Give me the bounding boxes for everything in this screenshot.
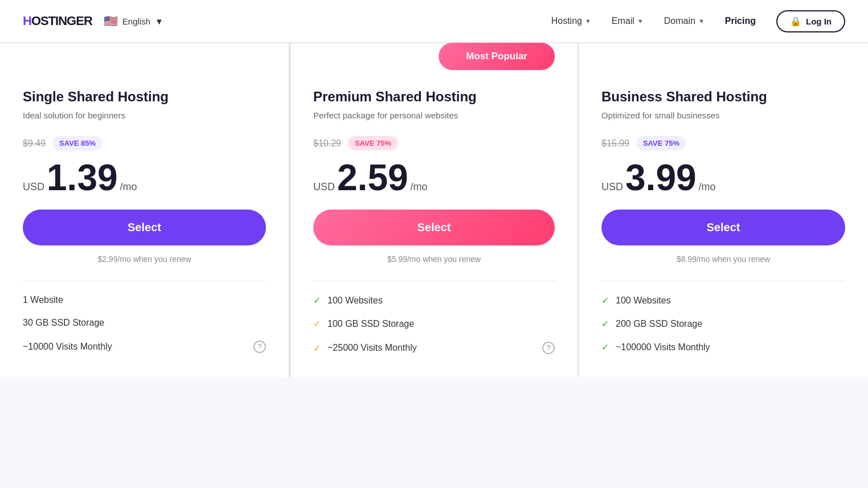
price-amount: 3.99 <box>625 159 697 196</box>
divider <box>23 281 266 281</box>
features-list: ✓ 100 Websites ✓ 200 GB SSD Storage ✓ ~1… <box>601 295 845 352</box>
plan-subtitle: Ideal solution for beginners <box>23 110 266 120</box>
price-amount: 2.59 <box>337 159 408 196</box>
nav-email[interactable]: Email ▼ <box>612 16 644 26</box>
chevron-down-icon: ▼ <box>637 18 644 24</box>
price-period: /mo <box>120 181 137 193</box>
nav-pricing[interactable]: Pricing <box>725 16 756 26</box>
most-popular-badge: Most Popular <box>439 43 555 70</box>
plan-subtitle: Optimized for small businesses <box>601 110 845 120</box>
check-icon: ✓ <box>601 342 609 352</box>
flag-icon: 🇺🇸 <box>104 14 118 28</box>
check-icon: ✓ <box>313 318 321 329</box>
price-period: /mo <box>699 181 716 193</box>
features-list: 1 Website 30 GB SSD Storage ~10000 Visit… <box>23 295 266 353</box>
plan-business: Business Shared Hosting Optimized for sm… <box>579 43 868 377</box>
price-display: USD 2.59 /mo <box>313 159 555 196</box>
save-badge: SAVE 75% <box>348 136 398 150</box>
pricing-section: Single Shared Hosting Ideal solution for… <box>0 43 868 488</box>
divider <box>601 281 845 281</box>
price-amount: 1.39 <box>47 159 118 196</box>
chevron-down-icon: ▼ <box>698 18 705 24</box>
feature-visits: ✓ ~25000 Visits Monthly ? <box>313 342 555 354</box>
price-row: $10.29 SAVE 75% <box>313 136 555 150</box>
check-icon: ✓ <box>313 343 321 354</box>
badge-placeholder <box>23 43 266 77</box>
feature-text: 1 Website <box>23 295 266 305</box>
price-display: USD 3.99 /mo <box>601 159 845 196</box>
check-icon: ✓ <box>313 295 321 306</box>
chevron-down-icon: ▼ <box>155 17 163 26</box>
feature-text: 200 GB SSD Storage <box>616 319 845 329</box>
price-usd: USD <box>313 181 335 193</box>
plan-subtitle: Perfect package for personal websites <box>313 110 555 120</box>
renew-note: $2.99/mo when you renew <box>23 255 266 264</box>
check-icon: ✓ <box>601 318 609 329</box>
language-label: English <box>122 17 150 26</box>
select-button-business[interactable]: Select <box>601 210 845 245</box>
plan-single: Single Shared Hosting Ideal solution for… <box>0 43 289 377</box>
feature-text: 100 Websites <box>616 296 845 306</box>
most-popular-wrapper: Most Popular <box>313 43 555 77</box>
feature-text: 100 Websites <box>327 296 555 306</box>
feature-websites: ✓ 100 Websites <box>313 295 555 306</box>
plan-title: Single Shared Hosting <box>23 89 266 105</box>
badge-placeholder <box>601 43 845 77</box>
price-usd: USD <box>601 181 623 193</box>
feature-text: 30 GB SSD Storage <box>23 318 266 328</box>
price-usd: USD <box>23 181 44 193</box>
info-icon[interactable]: ? <box>542 342 555 354</box>
login-button[interactable]: 🔒 Log In <box>776 10 845 32</box>
feature-text: 100 GB SSD Storage <box>327 319 555 329</box>
feature-storage: 30 GB SSD Storage <box>23 318 266 328</box>
chevron-down-icon: ▼ <box>585 18 591 24</box>
nav-domain[interactable]: Domain ▼ <box>664 16 705 26</box>
main-nav: Hosting ▼ Email ▼ Domain ▼ Pricing 🔒 Log… <box>551 10 845 32</box>
price-row: $15.99 SAVE 75% <box>601 136 845 150</box>
logo: HOSTINGER <box>23 14 92 28</box>
plan-premium: Most Popular Premium Shared Hosting Perf… <box>289 43 579 377</box>
select-button-single[interactable]: Select <box>23 210 266 245</box>
lock-icon: 🔒 <box>790 16 801 27</box>
save-badge: SAVE 85% <box>52 136 103 150</box>
features-list: ✓ 100 Websites ✓ 100 GB SSD Storage ✓ ~2… <box>313 295 555 354</box>
original-price: $15.99 <box>601 138 629 149</box>
info-icon[interactable]: ? <box>253 341 266 353</box>
renew-note: $5.99/mo when you renew <box>313 255 555 264</box>
select-button-premium[interactable]: Select <box>313 210 555 245</box>
feature-text: ~100000 Visits Monthly <box>616 342 845 352</box>
divider <box>313 281 555 281</box>
plan-title: Premium Shared Hosting <box>313 89 555 105</box>
header: HOSTINGER 🇺🇸 English ▼ Hosting ▼ Email ▼… <box>0 0 868 43</box>
feature-visits: ~10000 Visits Monthly ? <box>23 341 266 353</box>
original-price: $10.29 <box>313 138 341 149</box>
feature-visits: ✓ ~100000 Visits Monthly <box>601 342 845 352</box>
price-period: /mo <box>411 181 428 193</box>
nav-hosting[interactable]: Hosting ▼ <box>551 16 591 26</box>
feature-storage: ✓ 200 GB SSD Storage <box>601 318 845 329</box>
plan-title: Business Shared Hosting <box>601 89 845 105</box>
price-row: $9.49 SAVE 85% <box>23 136 266 150</box>
save-badge: SAVE 75% <box>636 136 686 150</box>
language-selector[interactable]: 🇺🇸 English ▼ <box>104 14 163 28</box>
renew-note: $8.99/mo when you renew <box>601 255 845 264</box>
feature-websites: 1 Website <box>23 295 266 305</box>
original-price: $9.49 <box>23 138 46 149</box>
check-icon: ✓ <box>601 295 609 306</box>
feature-storage: ✓ 100 GB SSD Storage <box>313 318 555 329</box>
price-display: USD 1.39 /mo <box>23 159 266 196</box>
feature-text: ~25000 Visits Monthly <box>327 343 535 353</box>
plans-container: Single Shared Hosting Ideal solution for… <box>0 43 868 377</box>
feature-websites: ✓ 100 Websites <box>601 295 845 306</box>
feature-text: ~10000 Visits Monthly <box>23 342 247 352</box>
